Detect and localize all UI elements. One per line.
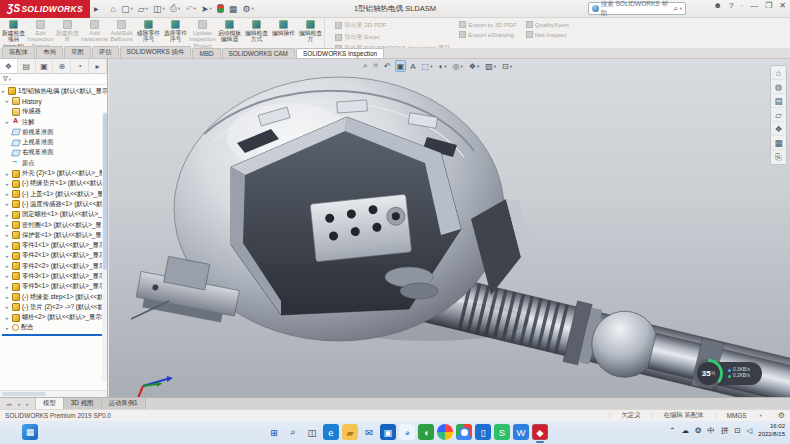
filter-dropdown-icon[interactable]: ▾ <box>9 77 11 82</box>
tree-item[interactable]: ▸ (-) 绝缘垫片<1> (默认<<默认>_显 <box>0 179 107 189</box>
view-tool-button[interactable]: A ▾ <box>408 60 417 72</box>
quick-access-button[interactable]: ➤ ▾ <box>201 4 212 14</box>
menu-expand-arrow-icon[interactable]: ▶ <box>94 5 99 12</box>
expand-arrow-icon[interactable]: ▸ <box>6 232 10 238</box>
taskbar-app-icon[interactable]: ⌕ <box>285 424 301 440</box>
export-menu-item[interactable]: Export to 3D PDF <box>459 21 517 28</box>
expand-arrow-icon[interactable]: ▸ <box>6 273 10 279</box>
taskbar-app-icon[interactable]: ◆ <box>532 424 548 440</box>
panel-split-line[interactable] <box>2 334 105 336</box>
ribbon-button[interactable]: Edit Inspection Project <box>27 18 54 48</box>
panel-tab[interactable]: ❖ <box>0 59 18 73</box>
tree-item[interactable]: ▸ 零件3<1> (默认<<默认>_显示状 <box>0 271 107 281</box>
panel-tab[interactable]: ▸ <box>89 59 107 73</box>
ribbon-button[interactable]: 移除零件序号 <box>135 18 162 48</box>
expand-arrow-icon[interactable]: ▸ <box>6 294 10 300</box>
search-icon[interactable]: ⌕ <box>673 4 677 14</box>
taskbar-app-icon[interactable]: ▯ <box>475 424 491 440</box>
search-box[interactable]: 搜索 SOLIDWORKS 帮助 ⌕ ▾ <box>588 2 686 15</box>
ribbon-tab[interactable]: MBD <box>192 48 220 58</box>
scroll-first-icon[interactable]: ◂◂ <box>6 401 11 407</box>
ribbon-button[interactable]: 编辑检查方式 <box>243 18 270 48</box>
ribbon-tab[interactable]: SOLIDWORKS 插件 <box>120 46 192 58</box>
tree-root-item[interactable]: ▸ 1型铝轴热电偶 (默认<默认_显示状态-1 <box>0 86 107 96</box>
tree-item[interactable]: ▸ 保护套<1> (默认<<默认>_显示状 <box>0 230 107 240</box>
window-control-button[interactable]: ✕ <box>779 1 786 10</box>
tree-item[interactable]: ▸ 原点 <box>0 158 107 168</box>
ribbon-button[interactable]: Add/Edit Balloons <box>108 18 135 48</box>
taskbar-app-icon[interactable] <box>456 424 472 440</box>
export-menu-item[interactable]: Net-Inspect <box>526 31 569 38</box>
task-pane-tab[interactable]: ▦ <box>771 136 786 150</box>
expand-arrow-icon[interactable]: ▸ <box>6 263 10 269</box>
view-tool-button[interactable]: ▣ ▾ <box>395 60 407 72</box>
view-tool-button[interactable]: ◐ ▾ <box>436 60 448 72</box>
panel-tab[interactable]: ⊕ <box>53 59 71 73</box>
task-pane-tab[interactable]: ◍ <box>771 80 786 94</box>
quick-access-button[interactable]: ▾ <box>217 4 224 13</box>
tree-item[interactable]: ▸ 固定螺栓<1> (默认<<默认>_显示 <box>0 210 107 220</box>
expand-arrow-icon[interactable]: ▸ <box>6 315 10 321</box>
tray-icon[interactable]: ☁ <box>681 426 689 435</box>
scroll-right-icon[interactable]: ▸ <box>26 401 29 407</box>
taskbar-app-icon[interactable]: ◫ <box>304 424 320 440</box>
tab-scroll-arrows[interactable]: ◂◂◂▸ <box>0 398 36 409</box>
widgets-icon[interactable]: ▦ <box>22 424 38 440</box>
tree-item[interactable]: ▸ History <box>0 96 107 106</box>
task-pane-tab[interactable]: ❖ <box>771 122 786 136</box>
taskbar-app-icon[interactable]: ◖ <box>418 424 434 440</box>
expand-arrow-icon[interactable]: ▸ <box>6 181 10 187</box>
expand-arrow-icon[interactable]: ▸ <box>6 304 10 310</box>
tree-item[interactable]: ▸ 零件5<1> (默认<<默认>_显示状 <box>0 282 107 292</box>
clock[interactable]: 16:02 2022/8/15 <box>758 423 785 438</box>
ribbon-button[interactable]: Add Characteristic <box>81 18 108 48</box>
taskbar-app-icon[interactable]: ▣ <box>380 424 396 440</box>
tray-icon[interactable]: ⌃ <box>669 426 675 435</box>
tree-item[interactable]: ▸ 外壳 (2)<1> (默认<<默认>_显示状 <box>0 168 107 178</box>
tree-item[interactable]: ▸ (-) 垫片 (2)<2> ->? (默认<<默认 <box>0 302 107 312</box>
scrollbar-thumb[interactable] <box>103 113 107 270</box>
model-3d-thermocouple-assembly[interactable] <box>109 59 790 397</box>
task-pane-tab[interactable]: ⎘ <box>771 150 786 164</box>
quick-access-button[interactable]: ⌂ ▾ <box>111 4 116 14</box>
ribbon-button[interactable]: Update Inspection Project <box>189 18 216 48</box>
ribbon-button[interactable]: 编辑检查方 <box>297 18 324 48</box>
export-menu-item[interactable]: QualityXpert <box>526 21 569 28</box>
task-pane-tab[interactable]: ▱ <box>771 108 786 122</box>
tree-item[interactable]: ▸ (-) 温度传感器<1> (默认<<默认>_ <box>0 199 107 209</box>
quick-access-button[interactable]: ▢ ▾ <box>121 4 133 14</box>
taskbar-app-icon[interactable]: ✿ <box>437 424 453 440</box>
quick-access-button[interactable]: ⎙ ▾ <box>170 3 180 14</box>
tree-item[interactable]: ▸ 零件1<1> (默认<<默认>_显示状 <box>0 240 107 250</box>
quick-access-button[interactable]: ▦ ▾ <box>229 4 238 14</box>
ribbon-tab[interactable]: 布局 <box>36 46 63 58</box>
view-tool-button[interactable]: ⬚ ▾ <box>420 60 435 72</box>
taskbar-app-icon[interactable]: ✉ <box>361 424 377 440</box>
view-tool-button[interactable]: ❖ ▾ <box>467 60 481 72</box>
taskbar-app-icon[interactable]: ◕ <box>399 424 415 440</box>
window-control-button[interactable]: ? <box>729 1 733 10</box>
tree-item[interactable]: ▸ 配合 <box>0 323 107 333</box>
units-dropdown-icon[interactable]: ▾ <box>760 413 762 418</box>
status-options-icon[interactable]: ⚙ <box>778 411 785 420</box>
scroll-left-icon[interactable]: ◂ <box>18 401 21 407</box>
task-pane-tab[interactable]: ▤ <box>771 94 786 108</box>
task-pane-tab[interactable]: ⌂ <box>771 66 786 80</box>
taskbar-app-icon[interactable]: ▰ <box>342 424 358 440</box>
ribbon-tab[interactable]: SOLIDWORKS Inspection <box>296 48 384 58</box>
quick-access-button[interactable]: ◫ ▾ <box>153 4 165 14</box>
quick-access-button[interactable]: ↶ ▾ <box>185 4 196 14</box>
window-control-button[interactable]: ❐ <box>765 1 772 10</box>
tree-item[interactable]: ▸ (-) 上盖<1> (默认<<默认>_显示状 <box>0 189 107 199</box>
taskbar-app-icon[interactable]: S <box>494 424 510 440</box>
export-menu-item[interactable]: 导出至 Excel <box>335 33 450 42</box>
tray-icon[interactable]: ⊡ <box>734 426 740 435</box>
expand-arrow-icon[interactable]: ▸ <box>6 243 10 249</box>
tree-item[interactable]: ▸ 上视基准面 <box>0 137 107 147</box>
filter-funnel-icon[interactable]: ∇ <box>3 75 8 83</box>
expand-arrow-icon[interactable]: ▸ <box>6 191 10 197</box>
graphics-viewport[interactable]: ⌕ ▾ ⌗ ▾ ↶ ▾ ▣ ▾ A ▾ ⬚ <box>109 59 790 397</box>
expand-arrow-icon[interactable]: ▸ <box>6 98 10 104</box>
taskbar-app-icon[interactable]: ⊞ <box>266 424 282 440</box>
view-tool-button[interactable]: ▨ ▾ <box>483 60 498 72</box>
